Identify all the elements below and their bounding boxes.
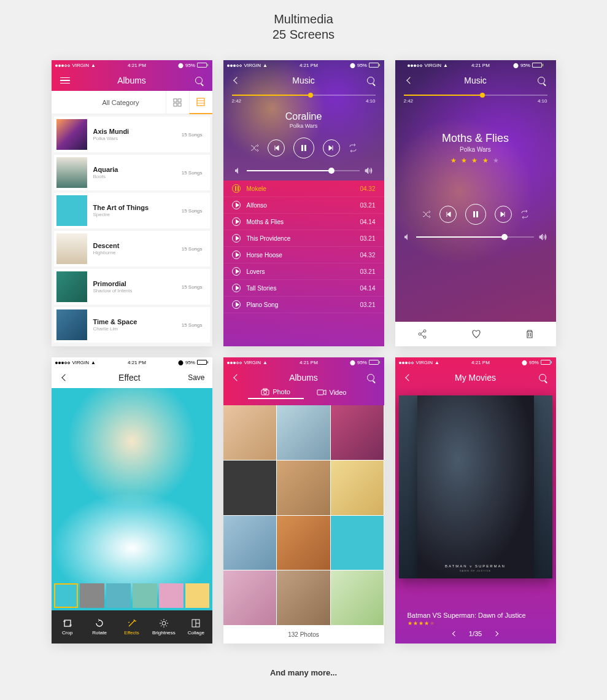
time-label: 4:21 PM [128,63,146,68]
shuffle-button[interactable] [250,144,259,152]
svg-rect-35 [263,389,267,390]
chevron-right-icon [493,631,498,636]
photo-thumbnail[interactable] [223,570,277,625]
album-row[interactable]: Time & Space Charlie Lim 15 Songs [54,307,210,343]
album-list[interactable]: Axis Mundi Polka Wars 15 Songs Aquaria B… [52,114,212,346]
prev-button[interactable] [268,139,285,157]
photo-thumbnail[interactable] [331,570,384,625]
search-button[interactable] [365,77,377,84]
share-button[interactable] [417,329,427,339]
back-button[interactable] [231,375,243,380]
save-button[interactable]: Save [188,373,204,382]
search-button[interactable] [193,77,205,84]
playback-timeline[interactable]: 2:424:10 [223,91,384,105]
shuffle-button[interactable] [422,210,431,219]
album-row[interactable]: Aquaria Boots 15 Songs [54,155,210,190]
hamburger-icon [60,77,70,84]
page-subtitle: 25 Screens [0,28,607,42]
tab-video[interactable]: Video [304,388,360,399]
movie-carousel[interactable]: BATMAN v SUPERMAN DAWN OF JUSTICE [395,388,556,609]
volume-slider[interactable] [223,163,384,181]
photo-thumbnail[interactable] [331,461,384,515]
photo-thumbnail[interactable] [223,461,277,515]
back-button[interactable] [403,375,415,380]
photo-thumbnail[interactable] [331,405,384,460]
photo-thumbnail[interactable] [331,516,384,570]
rating-stars[interactable]: ★ ★ ★ ★ ★ [404,157,547,165]
movie-card-current[interactable]: BATMAN v SUPERMAN DAWN OF JUSTICE [417,395,534,578]
menu-button[interactable] [59,77,71,84]
filter-swatch[interactable] [185,583,210,608]
delete-button[interactable] [525,329,534,339]
prev-button[interactable] [439,206,457,223]
track-row[interactable]: Lovers 03.21 [223,263,384,280]
tool-rotate[interactable]: Rotate [83,610,115,644]
repeat-button[interactable] [520,210,529,219]
track-row[interactable]: Horse Hoose 04.32 [223,247,384,263]
next-movie-button[interactable] [494,632,498,636]
photo-thumbnail[interactable] [277,570,330,625]
next-button[interactable] [323,139,340,157]
photo-preview[interactable] [52,388,212,610]
filter-swatch[interactable] [133,583,157,608]
tool-label: Effects [124,630,139,636]
movie-card-prev[interactable] [399,395,417,578]
bluetooth-icon: ⬤ [178,360,184,365]
wifi-icon: ▲ [435,360,439,365]
favorite-button[interactable] [471,329,481,339]
photo-grid[interactable] [223,405,384,625]
repeat-button[interactable] [349,144,357,152]
filter-swatch[interactable] [54,583,79,608]
volume-slider[interactable] [404,230,547,249]
back-button[interactable] [59,375,71,380]
filter-swatch[interactable] [106,583,131,608]
photo-thumbnail[interactable] [277,405,330,460]
album-row[interactable]: Descent Highborne 15 Songs [54,231,210,266]
pause-button[interactable] [293,138,314,158]
volume-low-icon [404,233,411,241]
tool-crop[interactable]: Crop [52,610,83,644]
photo-thumbnail[interactable] [277,461,330,515]
search-button[interactable] [365,374,377,381]
tool-brightness[interactable]: Brightness [148,610,180,644]
tool-effects[interactable]: Effects [115,610,147,644]
album-artist: Polka Wars [93,136,182,141]
camera-icon [261,388,269,395]
track-list[interactable]: Mokele 04.32 Alfonso 03.21 Moths & Flies… [223,181,384,346]
prev-movie-button[interactable] [453,632,457,636]
photo-thumbnail[interactable] [277,516,330,570]
photo-thumbnail[interactable] [223,516,277,570]
filter-swatch[interactable] [159,583,184,608]
playback-timeline[interactable]: 2:424:10 [404,91,547,105]
track-row[interactable]: This Providence 03.21 [223,230,384,247]
album-row[interactable]: The Art of Things Spectre 15 Songs [54,193,210,228]
album-row[interactable]: Primordial Shadow of Intents 15 Songs [54,269,210,305]
category-dropdown[interactable]: All Category [52,99,166,106]
back-button[interactable] [231,78,243,83]
track-row[interactable]: Plano Song 03.21 [223,297,384,313]
photo-thumbnail[interactable] [223,405,277,460]
track-row[interactable]: Mokele 04.32 [223,181,384,197]
filter-swatch[interactable] [80,583,104,608]
nav-title: Music [292,76,315,85]
track-row[interactable]: Tall Stories 04.14 [223,280,384,297]
track-row[interactable]: Moths & Flies 04.14 [223,214,384,230]
search-button[interactable] [536,374,549,381]
wifi-icon: ▲ [263,360,268,365]
tool-collage[interactable]: Collage [180,610,212,644]
pause-button[interactable] [465,204,486,225]
tab-photo[interactable]: Photo [248,388,304,399]
album-artwork [56,233,87,264]
track-row[interactable]: Alfonso 03.21 [223,197,384,214]
album-row[interactable]: Axis Mundi Polka Wars 15 Songs [54,117,210,152]
carrier-label: VIRGIN [72,63,90,68]
list-view-button[interactable] [189,91,212,114]
play-icon [232,267,241,276]
grid-view-button[interactable] [166,91,189,114]
movie-card-next[interactable] [534,395,552,578]
album-artwork [56,309,87,340]
back-button[interactable] [404,78,416,83]
nav-title: Music [464,76,487,85]
next-button[interactable] [495,206,512,223]
search-button[interactable] [535,77,547,84]
